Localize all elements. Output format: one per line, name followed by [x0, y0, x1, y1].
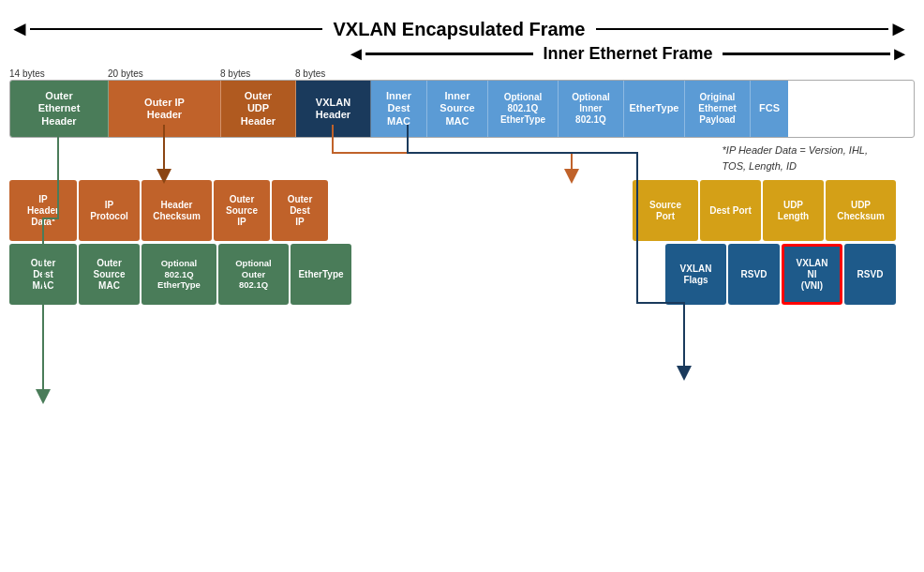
size-20: 20 bytes: [108, 68, 220, 79]
inner-arrow-row: ◄ Inner Ethernet Frame ►: [9, 43, 909, 65]
main-container: ◄ VXLAN Encapsulated Frame ► ◄ Inner Eth…: [0, 0, 924, 572]
level2-row: IPHeaderData* IPProtocol HeaderChecksum …: [9, 180, 915, 241]
ip-note: *IP Header Data = Version, IHL,TOS, Leng…: [723, 143, 868, 173]
cell-fcs: FCS: [751, 81, 788, 137]
level2-right-group: SourcePort Dest Port UDPLength UDPChecks…: [633, 180, 896, 241]
cell-outer-ethernet: OuterEthernetHeader: [10, 81, 109, 137]
spacer-row: *IP Header Data = Version, IHL,TOS, Leng…: [9, 138, 915, 180]
cell-source-port: SourcePort: [633, 180, 698, 241]
cell-ethertype2: EtherType: [291, 244, 351, 305]
size-8a: 8 bytes: [220, 68, 295, 79]
level3-right-group: VXLANFlags RSVD VXLANNI(VNI) RSVD: [665, 244, 896, 305]
cell-outer-dest-ip: OuterDestIP: [272, 180, 328, 241]
size-8b: 8 bytes: [295, 68, 370, 79]
level3-row: OuterDestMAC OuterSourceMAC Optional802.…: [9, 244, 915, 305]
cell-vxlan-ni: VXLANNI(VNI): [782, 244, 842, 305]
cell-optional-inner-8021q: OptionalInner802.1Q: [559, 81, 624, 137]
cell-ip-protocol: IPProtocol: [79, 180, 140, 241]
cell-vxlan-header: VXLANHeader: [296, 81, 371, 137]
cell-outer-dest-mac: OuterDestMAC: [9, 244, 77, 305]
cell-ip-header-data: IPHeaderData*: [9, 180, 77, 241]
cell-vxlan-flags: VXLANFlags: [665, 244, 726, 305]
level2-left-group: IPHeaderData* IPProtocol HeaderChecksum …: [9, 180, 328, 241]
cell-outer-source-ip: OuterSourceIP: [214, 180, 270, 241]
top-arrows-area: ◄ VXLAN Encapsulated Frame ► ◄ Inner Eth…: [9, 17, 915, 65]
cell-inner-source-mac: InnerSourceMAC: [427, 81, 488, 137]
cell-rsvd2: RSVD: [844, 244, 896, 305]
top-frame: OuterEthernetHeader Outer IPHeader Outer…: [9, 80, 915, 138]
cell-optional-outer-8021q: OptionalOuter802.1Q: [218, 244, 289, 305]
cell-original-payload: OriginalEthernetPayload: [685, 81, 751, 137]
cell-outer-ip: Outer IPHeader: [109, 81, 221, 137]
vxlan-arrow-row: ◄ VXLAN Encapsulated Frame ►: [9, 17, 909, 41]
cell-inner-dest-mac: InnerDestMAC: [371, 81, 427, 137]
cell-outer-source-mac: OuterSourceMAC: [79, 244, 140, 305]
cell-dest-port: Dest Port: [700, 180, 761, 241]
cell-optional-8021q-et2: Optional802.1QEtherType: [142, 244, 216, 305]
inner-title: Inner Ethernet Frame: [533, 44, 722, 64]
cell-udp-length: UDPLength: [763, 180, 824, 241]
cell-header-checksum: HeaderChecksum: [142, 180, 212, 241]
cell-optional-8021q-et: Optional802.1QEtherType: [488, 81, 559, 137]
size-14: 14 bytes: [9, 68, 108, 79]
size-labels-row: 14 bytes 20 bytes 8 bytes 8 bytes: [9, 68, 915, 79]
cell-udp-checksum: UDPChecksum: [826, 180, 896, 241]
diagram-area: 14 bytes 20 bytes 8 bytes 8 bytes OuterE…: [9, 68, 915, 305]
cell-outer-udp: OuterUDPHeader: [221, 81, 296, 137]
vxlan-title: VXLAN Encapsulated Frame: [322, 19, 597, 40]
level3-left-group: OuterDestMAC OuterSourceMAC Optional802.…: [9, 244, 351, 305]
cell-ethertype: EtherType: [624, 81, 685, 137]
cell-rsvd1: RSVD: [728, 244, 780, 305]
